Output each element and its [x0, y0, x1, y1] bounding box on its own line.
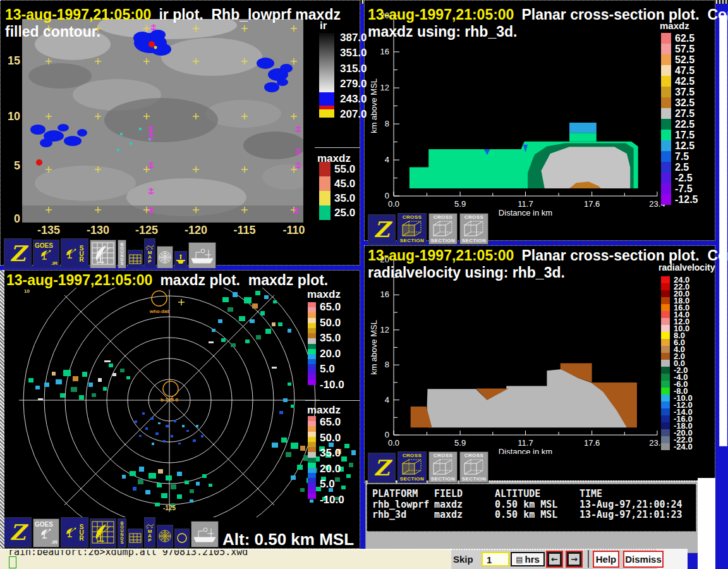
grid-small-button[interactable] — [128, 250, 143, 269]
colorbar-swatch — [308, 323, 316, 328]
colorbar-value: 50.0 — [320, 431, 344, 446]
circle-button[interactable] — [174, 529, 190, 548]
cross-section-button[interactable]: CROSSSECTION — [459, 213, 488, 245]
bl-colorbar-divider — [305, 400, 360, 401]
colorbar-value: 315.0 — [340, 61, 367, 76]
svg-text:8: 8 — [385, 360, 389, 369]
arrow-left-icon: ← — [549, 554, 560, 565]
cross-section-button[interactable]: CROSSSECTION — [428, 213, 458, 245]
br-toolbar: ZCROSSSECTIONCROSSSECTIONCROSSSECTION — [368, 451, 488, 483]
map-button[interactable]: MAP — [144, 517, 155, 548]
colorbar-swatch — [308, 468, 316, 473]
terminal-prompt: rain:beaufort:26>xdump.all 970813.2105.x… — [8, 549, 248, 558]
table-header: PLATFORM — [372, 488, 418, 499]
tl-maxdz-colorbar: 55.045.035.025.0 — [319, 162, 355, 220]
lat-tick-label: 15 — [5, 54, 20, 68]
ship-button[interactable] — [188, 242, 216, 269]
hrs-button[interactable]: ▤ hrs — [511, 552, 545, 566]
lon-tick-label: -120 — [179, 224, 212, 237]
br-title: 13-aug-1997,21:05:00Planar cross-section… — [368, 247, 728, 264]
colorbar-value: 35.0 — [320, 446, 344, 462]
lon-tick-label: -135 — [32, 224, 65, 237]
colorbar-swatch — [308, 432, 316, 437]
dismiss-button[interactable]: Dismiss — [623, 551, 664, 568]
sur-button[interactable]: SUR — [61, 517, 88, 548]
bounds-button[interactable]: BOUNDS — [118, 518, 126, 548]
colorbar-swatch — [308, 354, 316, 359]
grid-radar-button[interactable] — [90, 518, 116, 548]
bl-colorbar1-swatches — [308, 302, 316, 385]
ship-center-label: b-125-9 — [161, 397, 179, 403]
table-header: FIELD — [434, 488, 463, 499]
colorbar-entry: 55.0 — [319, 162, 355, 176]
colorbar-swatch — [308, 473, 316, 478]
colorbar-entry: 57.5 — [661, 44, 698, 54]
tl-title: 13-aug-1997,21:05:00ir plot. Rhb_lowprf … — [5, 6, 341, 23]
ship-button[interactable] — [191, 521, 219, 548]
bounds-button[interactable]: BOUNDS — [118, 240, 126, 269]
lon-tick-label: -130 — [82, 224, 114, 237]
colorbar-swatch — [308, 494, 316, 499]
zebra-logo[interactable]: Z — [368, 214, 396, 245]
who-dat-marker — [152, 291, 167, 306]
terminal-cursor — [9, 556, 16, 568]
table-cell: 0.50 km MSL — [495, 509, 557, 520]
colorbar-value: 50.0 — [320, 315, 344, 331]
sur-button[interactable]: SUR — [61, 238, 88, 269]
help-button[interactable]: Help — [593, 551, 619, 568]
buoy-button[interactable] — [174, 251, 187, 269]
colorbar-swatch — [308, 312, 316, 317]
colorbar-entry: -12.5 — [661, 194, 698, 205]
cross-section-button[interactable]: CROSSSECTION — [397, 451, 427, 483]
polar-grid-button[interactable] — [157, 525, 173, 548]
svg-text:4: 4 — [385, 155, 389, 164]
polar-grid-button[interactable] — [157, 246, 173, 269]
grid-small-button[interactable] — [128, 529, 143, 548]
table-cell: maxdz — [434, 509, 463, 520]
terminal-window[interactable]: rain:beaufort:26>xdump.all 970813.2105.x… — [0, 549, 451, 569]
colorbar-entry: -2.5 — [661, 173, 698, 183]
bl-title: 13-aug-1997,21:05:00maxdz plot. maxdz pl… — [6, 272, 328, 289]
cross-section-button[interactable]: CROSSSECTION — [397, 213, 427, 245]
map-button[interactable]: MAP — [144, 238, 155, 269]
colorbar-swatch — [308, 452, 316, 457]
zebra-logo[interactable]: Z — [4, 238, 32, 269]
y-axis-label: km above MSL — [369, 78, 379, 133]
colorbar-value: 243.0 — [340, 92, 367, 107]
colorbar-entry: -24.0 — [661, 443, 693, 450]
ship-center-marker — [163, 381, 178, 396]
svg-text:17.6: 17.6 — [584, 438, 600, 448]
colorbar-entry: 45.0 — [319, 176, 355, 191]
colorbar-entry: 35.0 — [319, 191, 355, 205]
lon-tick-label: -125 — [130, 224, 163, 237]
y-axis-label: km above MSL — [369, 320, 379, 375]
tl-toolbar: ZGOES.IRSURBOUNDSMAP — [4, 238, 216, 269]
svg-text:5.9: 5.9 — [454, 199, 466, 209]
step-forward-button[interactable]: → — [566, 551, 583, 568]
colorbar-swatch — [308, 483, 316, 488]
zebra-logo[interactable]: Z — [368, 453, 396, 483]
cross-section-button[interactable]: CROSSSECTION — [428, 451, 458, 483]
colorbar-swatch — [308, 447, 316, 452]
svg-text:0.0: 0.0 — [388, 199, 399, 209]
colorbar-swatch — [308, 463, 316, 468]
colorbar-swatch — [308, 333, 316, 338]
lat-tick-label: 0 — [5, 212, 20, 226]
colorbar-swatch — [308, 458, 316, 463]
table-cell: 13-Aug-97,21:01:23 — [579, 509, 682, 520]
colorbar-value: 279.0 — [340, 76, 367, 92]
goes-ir-button[interactable]: GOES.IR — [33, 240, 59, 269]
skip-input[interactable]: 1 — [482, 552, 509, 566]
svg-text:17.6: 17.6 — [584, 199, 600, 209]
who-dat-label: who-dat — [149, 309, 169, 314]
grid-radar-button[interactable] — [90, 240, 116, 269]
skip-label: Skip — [453, 554, 473, 565]
colorbar-entry: -7.5 — [661, 183, 698, 194]
step-back-button[interactable]: ← — [546, 551, 563, 568]
colorbar-swatch — [308, 338, 316, 343]
zebra-logo[interactable]: Z — [4, 517, 32, 548]
cross-section-button[interactable]: CROSSSECTION — [459, 451, 488, 483]
background-scrollbar[interactable] — [719, 15, 727, 446]
goes-ir-button[interactable]: GOES.IR — [33, 518, 59, 548]
colorbar-value: 5.0 — [320, 362, 344, 377]
